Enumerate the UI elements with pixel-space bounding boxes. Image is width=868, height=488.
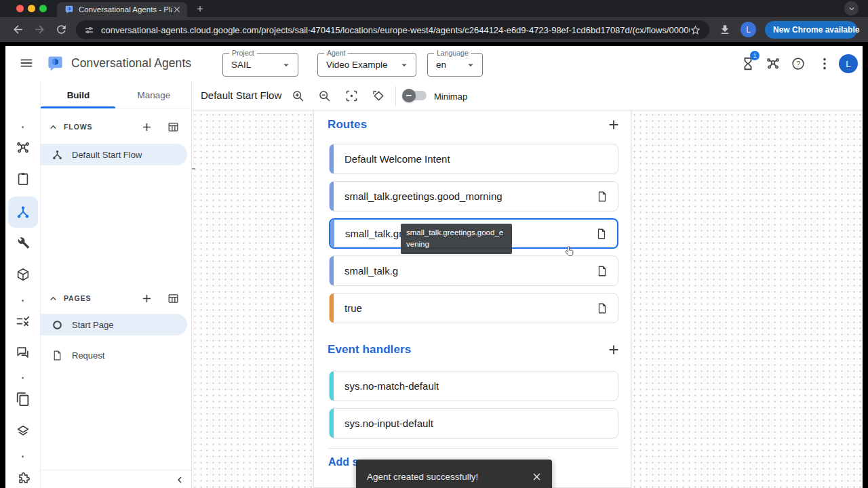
collapse-sidebar-icon[interactable] (174, 474, 186, 486)
pages-section-header: PAGES (41, 290, 192, 308)
page-icon[interactable] (596, 190, 608, 203)
flow-icon[interactable] (16, 205, 31, 220)
event-handler-card[interactable]: sys.no-match-default (329, 371, 618, 401)
zoom-in-icon[interactable] (291, 89, 305, 103)
clipboard-icon[interactable] (16, 171, 31, 186)
graph-icon[interactable] (766, 56, 781, 71)
table-view-icon[interactable] (167, 292, 180, 305)
notification-badge: 1 (750, 51, 760, 60)
add-state-handler-link[interactable]: Add s (328, 456, 358, 468)
new-tab-button[interactable] (195, 4, 205, 14)
route-accent-bar (330, 144, 334, 174)
toolbar-divider (395, 86, 396, 106)
downloads-icon[interactable] (719, 24, 731, 36)
account-avatar[interactable]: L (839, 54, 858, 73)
canvas-title: Default Start Flow (201, 89, 281, 101)
route-tooltip: small_talk.greetings.good_evening (401, 224, 512, 254)
kebab-icon[interactable] (817, 56, 832, 71)
add-flow-button[interactable] (140, 121, 153, 134)
handler-accent-bar (330, 371, 334, 401)
bookmark-star-icon[interactable] (690, 24, 701, 36)
zoom-out-icon[interactable] (317, 89, 332, 103)
tab-manage[interactable]: Manage (116, 81, 192, 108)
table-view-icon[interactable] (167, 121, 180, 134)
tab-close-icon[interactable] (172, 5, 182, 14)
route-card[interactable]: Default Welcome Intent (329, 144, 618, 174)
event-handlers-header-row: Event handlers (328, 340, 621, 360)
tab-search-button[interactable] (844, 1, 859, 16)
tab-build[interactable]: Build (41, 81, 116, 108)
app-window: Conversational Agents Project SAIL Agent… (5, 46, 863, 488)
rail-dot (22, 455, 24, 458)
route-label: small_talk.g (344, 265, 596, 277)
chat-icon[interactable] (16, 345, 31, 360)
sidebar-tabs: Build Manage (41, 81, 192, 108)
browser-profile-avatar[interactable]: L (741, 22, 756, 37)
forward-button[interactable] (33, 23, 46, 36)
browser-tab-strip: Conversational Agents - Play (0, 0, 868, 17)
reset-view-icon[interactable] (372, 89, 386, 103)
screen: Conversational Agents - Play conversatio… (0, 0, 868, 488)
route-label: small_talk.greetings.good_morning (344, 190, 596, 202)
route-accent-bar (330, 256, 334, 285)
sidebar-item-request[interactable]: Request (41, 344, 187, 366)
rail-dot (22, 377, 24, 379)
flow-canvas[interactable]: Default Start Flow Minimap Routes Defa (192, 81, 863, 488)
handler-accent-bar (330, 409, 334, 438)
traffic-light-minimize[interactable] (28, 5, 35, 12)
add-page-button[interactable] (140, 292, 153, 305)
sidebar-item-default-start-flow[interactable]: Default Start Flow (41, 144, 187, 165)
nav-rail (5, 81, 41, 488)
back-button[interactable] (12, 23, 24, 36)
close-icon[interactable] (531, 471, 542, 483)
agent-select-value: Video Example (326, 60, 398, 70)
traffic-light-maximize[interactable] (39, 5, 47, 12)
toggle-knob (402, 89, 416, 102)
graph-icon[interactable] (16, 140, 31, 155)
minimap-toggle[interactable] (403, 91, 427, 100)
hamburger-icon[interactable] (19, 56, 34, 70)
route-label: Default Welcome Intent (344, 153, 618, 165)
reload-button[interactable] (55, 23, 68, 36)
browser-tab[interactable]: Conversational Agents - Play (57, 2, 187, 17)
event-handler-card[interactable]: sys.no-input-default (329, 408, 618, 439)
page-icon[interactable] (596, 302, 608, 314)
add-event-handler-button[interactable] (606, 342, 621, 357)
rail-dot (22, 126, 24, 128)
route-accent-bar (330, 182, 334, 211)
layers-icon[interactable] (16, 424, 31, 439)
agent-select[interactable]: Agent Video Example (317, 53, 416, 77)
project-select[interactable]: Project SAIL (222, 53, 298, 77)
help-icon[interactable] (791, 56, 806, 71)
language-select[interactable]: Language en (427, 53, 483, 77)
active-tab-underline (41, 106, 115, 108)
circle-icon (52, 319, 63, 331)
pages-copy-icon[interactable] (16, 392, 31, 407)
chevron-down-icon (280, 59, 292, 71)
chevron-up-icon[interactable] (47, 293, 59, 304)
routes-header-row: Routes (328, 115, 621, 135)
route-card[interactable]: true (329, 293, 618, 323)
puzzle-icon[interactable] (16, 470, 31, 485)
add-route-button[interactable] (606, 117, 621, 132)
page-icon[interactable] (595, 228, 608, 240)
route-accent-bar (330, 293, 334, 323)
pages-section-label: PAGES (64, 294, 91, 302)
chevron-up-icon[interactable] (47, 121, 59, 133)
sidebar-item-label: Default Start Flow (72, 150, 142, 160)
traffic-light-close[interactable] (16, 5, 24, 12)
center-focus-icon[interactable] (344, 89, 359, 103)
site-settings-icon[interactable] (84, 25, 94, 35)
package-icon[interactable] (16, 267, 31, 282)
page-icon[interactable] (596, 265, 608, 277)
update-chrome-chip[interactable]: New Chrome available (765, 21, 857, 39)
wrench-icon[interactable] (16, 235, 31, 250)
browser-toolbar: conversational-agents.cloud.google.com/p… (0, 17, 868, 42)
route-card[interactable]: small_talk.g (329, 256, 618, 286)
address-bar[interactable]: conversational-agents.cloud.google.com/p… (76, 20, 709, 39)
app-header: Conversational Agents Project SAIL Agent… (5, 46, 863, 81)
rule-checklist-icon[interactable] (16, 314, 31, 329)
route-card[interactable]: small_talk.greetings.good_morning (329, 181, 618, 211)
sidebar-item-start-page[interactable]: Start Page (41, 314, 187, 336)
pointer-cursor (564, 245, 576, 258)
